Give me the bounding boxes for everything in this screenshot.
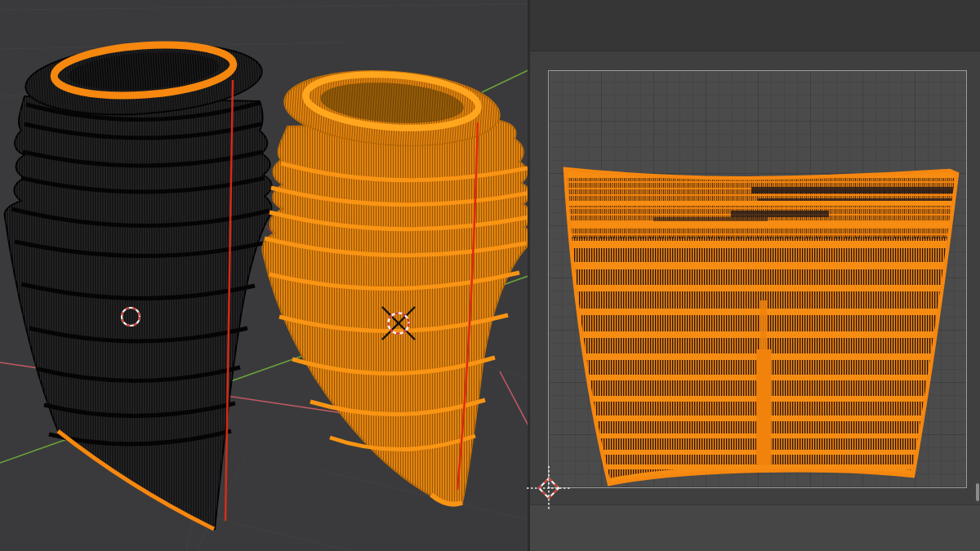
uv-editor-bottom-strip [530, 504, 980, 551]
uv-editor[interactable] [530, 0, 980, 551]
viewport-3d[interactable] [0, 0, 528, 551]
uv-scrollbar-thumb[interactable] [976, 483, 979, 501]
uv-editor-top-strip [530, 0, 980, 51]
blender-window [0, 0, 980, 551]
uv-unit-grid [548, 70, 967, 488]
